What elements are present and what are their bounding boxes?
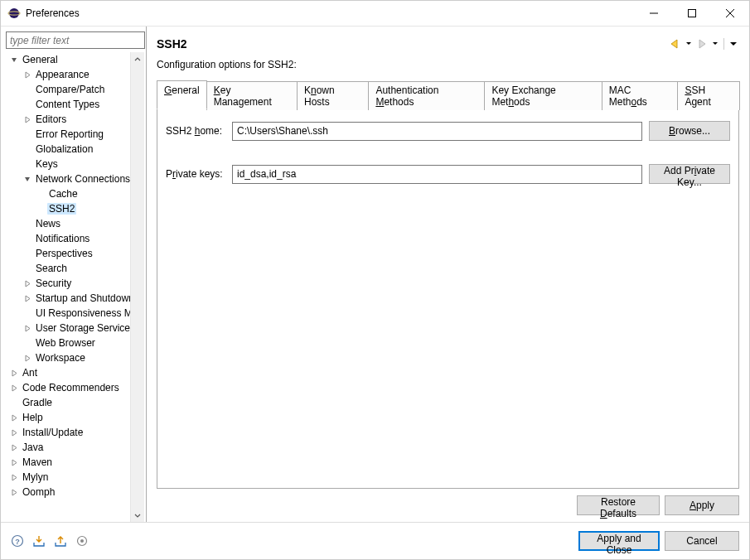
tree-item[interactable]: Cache bbox=[6, 186, 130, 201]
tree-item-label: General bbox=[21, 54, 60, 65]
scroll-up-icon[interactable] bbox=[131, 52, 144, 66]
browse-button[interactable]: Browse... bbox=[649, 121, 730, 141]
tab[interactable]: General bbox=[157, 80, 207, 109]
tree-item[interactable]: Maven bbox=[6, 455, 130, 470]
tree-item[interactable]: SSH2 bbox=[6, 201, 130, 216]
apply-and-close-button[interactable]: Apply and Close bbox=[578, 531, 660, 551]
scroll-down-icon[interactable] bbox=[131, 508, 144, 522]
private-keys-input[interactable] bbox=[232, 165, 642, 184]
back-menu-button[interactable] bbox=[684, 36, 694, 51]
help-icon[interactable]: ? bbox=[11, 534, 24, 548]
tree-item-label: Notifications bbox=[34, 233, 91, 244]
chevron-right-icon[interactable] bbox=[7, 485, 21, 499]
tree-item[interactable]: Help bbox=[6, 410, 130, 425]
tree-item-label: Help bbox=[21, 412, 45, 423]
tab[interactable]: MAC Methods bbox=[602, 81, 679, 110]
tree-item[interactable]: Ant bbox=[6, 365, 130, 380]
maximize-button[interactable] bbox=[673, 1, 711, 26]
svg-point-9 bbox=[80, 539, 84, 543]
tab[interactable]: SSH Agent bbox=[677, 81, 740, 110]
separator bbox=[723, 38, 724, 50]
chevron-right-icon[interactable] bbox=[7, 441, 21, 454]
chevron-right-icon[interactable] bbox=[7, 381, 21, 394]
chevron-down-icon[interactable] bbox=[21, 172, 34, 186]
vertical-scrollbar[interactable] bbox=[130, 52, 144, 522]
chevron-right-icon[interactable] bbox=[21, 113, 34, 126]
tree-item[interactable]: Install/Update bbox=[6, 425, 130, 440]
apply-button[interactable]: Apply bbox=[665, 495, 739, 515]
tree-item[interactable]: Search bbox=[6, 261, 130, 276]
view-menu-button[interactable] bbox=[728, 36, 739, 51]
chevron-right-icon[interactable] bbox=[7, 366, 21, 379]
tree-item-label: Mylyn bbox=[21, 471, 50, 483]
svg-text:?: ? bbox=[15, 538, 20, 546]
nav-history-buttons bbox=[667, 36, 739, 51]
add-private-key-button[interactable]: Add Private Key... bbox=[649, 164, 730, 184]
tree-item[interactable]: Perspectives bbox=[6, 246, 130, 261]
tab[interactable]: Known Hosts bbox=[297, 81, 369, 110]
tree-item[interactable]: Java bbox=[6, 440, 130, 455]
back-button[interactable] bbox=[667, 36, 684, 51]
chevron-right-icon[interactable] bbox=[7, 456, 21, 469]
tree-item[interactable]: General bbox=[6, 52, 130, 67]
tab[interactable]: Authentication Methods bbox=[368, 81, 485, 110]
tree-item[interactable]: Network Connections bbox=[6, 171, 130, 186]
chevron-right-icon[interactable] bbox=[21, 277, 34, 290]
chevron-down-icon[interactable] bbox=[7, 53, 21, 66]
tree-item[interactable]: Content Types bbox=[6, 97, 130, 112]
window-title: Preferences bbox=[26, 7, 635, 19]
page-title: SSH2 bbox=[157, 37, 667, 51]
tree-item[interactable]: Security bbox=[6, 276, 130, 291]
tree-item[interactable]: Appearance bbox=[6, 67, 130, 82]
oomph-icon[interactable] bbox=[75, 534, 89, 548]
preference-tree[interactable]: GeneralAppearanceCompare/PatchContent Ty… bbox=[6, 52, 130, 522]
svg-point-0 bbox=[9, 8, 19, 18]
chevron-right-icon[interactable] bbox=[7, 471, 21, 484]
chevron-right-icon[interactable] bbox=[7, 426, 21, 439]
chevron-right-icon[interactable] bbox=[21, 351, 34, 364]
tree-item[interactable]: Oomph bbox=[6, 485, 130, 500]
chevron-right-icon[interactable] bbox=[21, 321, 34, 335]
minimize-button[interactable] bbox=[635, 1, 673, 26]
tree-item-label: Keys bbox=[34, 158, 60, 170]
chevron-right-icon[interactable] bbox=[21, 292, 34, 305]
tree-item[interactable]: Notifications bbox=[6, 231, 130, 246]
tree-item-label: Cache bbox=[47, 188, 80, 200]
tree-item[interactable]: Keys bbox=[6, 157, 130, 171]
tree-item[interactable]: UI Responsiveness Monitoring bbox=[6, 306, 130, 321]
tree-item[interactable]: News bbox=[6, 216, 130, 231]
private-keys-row: Private keys: Add Private Key... bbox=[166, 164, 730, 184]
tree-item[interactable]: Error Reporting bbox=[6, 127, 130, 142]
tree-item-label: Network Connections bbox=[34, 173, 130, 185]
tree-item[interactable]: Web Browser bbox=[6, 336, 130, 350]
filter-input[interactable] bbox=[6, 31, 145, 49]
export-icon[interactable] bbox=[54, 534, 67, 548]
restore-defaults-button[interactable]: Restore Defaults bbox=[577, 495, 660, 515]
tree-item[interactable]: Globalization bbox=[6, 142, 130, 157]
tree-item-label: Maven bbox=[21, 456, 54, 468]
page-description: Configuration options for SSH2: bbox=[157, 59, 739, 70]
tree-item[interactable]: Editors bbox=[6, 112, 130, 127]
chevron-right-icon[interactable] bbox=[7, 411, 21, 424]
import-icon[interactable] bbox=[32, 534, 46, 548]
tree-item-label: UI Responsiveness Monitoring bbox=[34, 307, 130, 319]
forward-menu-button[interactable] bbox=[710, 36, 720, 51]
chevron-right-icon[interactable] bbox=[21, 68, 34, 81]
tree-item[interactable]: Startup and Shutdown bbox=[6, 291, 130, 306]
tree-item-label: Error Reporting bbox=[34, 128, 105, 140]
tree-item[interactable]: User Storage Service bbox=[6, 321, 130, 336]
tree-item[interactable]: Mylyn bbox=[6, 470, 130, 485]
svg-rect-3 bbox=[689, 10, 696, 17]
tab[interactable]: Key Exchange Methods bbox=[484, 81, 602, 110]
close-button[interactable] bbox=[711, 1, 749, 26]
tab[interactable]: Key Management bbox=[206, 81, 298, 110]
tree-item[interactable]: Compare/Patch bbox=[6, 82, 130, 97]
ssh2-home-label: SSH2 home: bbox=[166, 125, 225, 137]
tree-item[interactable]: Code Recommenders bbox=[6, 380, 130, 395]
forward-button[interactable] bbox=[694, 36, 710, 51]
cancel-button[interactable]: Cancel bbox=[665, 531, 739, 551]
tree-item[interactable]: Workspace bbox=[6, 350, 130, 365]
tree-item-label: SSH2 bbox=[47, 203, 76, 215]
ssh2-home-input[interactable] bbox=[232, 122, 642, 141]
tree-item[interactable]: Gradle bbox=[6, 395, 130, 410]
